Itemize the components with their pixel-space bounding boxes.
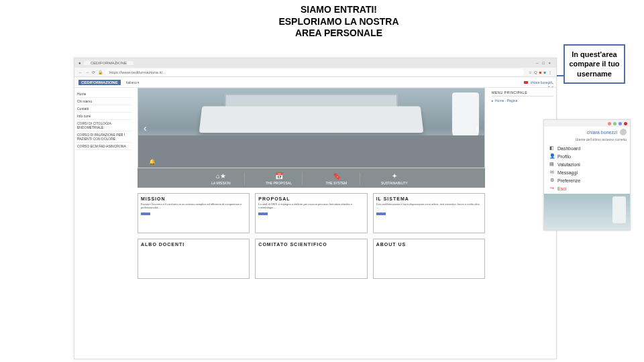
menu-label: Profilo <box>557 154 571 159</box>
nav-label: LA MISSION <box>211 181 230 185</box>
site-logo[interactable]: CEDIFORMAZIONE <box>78 80 121 85</box>
sidebar-item[interactable]: CORSO ECM FAD ASINCRONA <box>77 143 132 150</box>
reload-icon[interactable]: ⟳ <box>92 70 95 74</box>
pinterest-icon <box>624 122 627 125</box>
card-heading: IL SISTEMA <box>376 196 482 201</box>
home-star-icon: ⌂★ <box>205 172 237 180</box>
menu-item-esci[interactable]: ↪ Esci <box>544 184 630 192</box>
card-about: ABOUT US <box>373 239 485 279</box>
left-sidebar: Home Chi siamo Contatti Info corsi CORSI… <box>74 88 135 359</box>
bookmark-icon: 🔖 <box>320 172 353 180</box>
menu-item-preferenze[interactable]: ⚙ Preferenze <box>544 176 630 184</box>
menu-label: Esci <box>557 186 566 191</box>
user-icon: 👤 <box>549 154 554 159</box>
card-text: Con cediformazione.it hai a disposizione… <box>376 203 482 210</box>
user-menu: ◧ Dashboard 👤 Profilo ▤ Valutazioni ✉ Me… <box>544 143 630 194</box>
card-heading: MISSION <box>141 196 246 201</box>
ext-dot-icon <box>619 122 622 125</box>
title-line3: AREA PERSONALE <box>241 27 436 40</box>
sidebar-item[interactable]: Info corsi <box>77 113 132 120</box>
browser-tab[interactable]: CEDIFORMAZIONE <box>84 61 133 65</box>
window-controls[interactable]: – □ × <box>536 61 552 65</box>
menu-item-dashboard[interactable]: ◧ Dashboard <box>544 144 630 152</box>
menu-title: MENU PRINCIPALE <box>492 90 553 97</box>
card-heading: PROPOSAL <box>258 196 364 201</box>
hero-carousel: ‹ 🔔 › <box>138 88 485 168</box>
icon-nav-row: ⌂★ LA MISSION 📅 THE PROPOSAL 🔖 THE SYSTE… <box>138 168 485 188</box>
nav-cell[interactable]: 📅 THE PROPOSAL <box>262 172 303 185</box>
sparkle-icon: ✦ <box>378 172 411 180</box>
main-area: ‹ 🔔 › ⌂★ LA MISSION 📅 THE PROPOSAL � <box>135 88 489 359</box>
carousel-next-icon[interactable]: › <box>470 123 484 133</box>
card-comitato: COMITATO SCIENTIFICO <box>255 239 367 279</box>
sidebar-item[interactable]: Chi siamo <box>77 98 132 105</box>
nav-label: THE PROPOSAL <box>266 181 292 185</box>
nav-cell[interactable]: 🔖 THE SYSTEM <box>320 172 360 185</box>
card-albo: ALBO DOCENTI <box>138 239 250 279</box>
menu-label: Messaggi <box>557 170 578 175</box>
card-text: Favorire l'incontro e il confronto in un… <box>141 203 246 210</box>
back-icon[interactable]: ← <box>78 70 83 74</box>
logout-icon: ↪ <box>549 186 554 191</box>
calendar-icon: 📅 <box>262 172 295 180</box>
menu-label: Preferenze <box>557 178 580 183</box>
card-chip[interactable] <box>258 213 268 215</box>
username-label: chiara bonezzi <box>587 130 617 135</box>
browser-tab-bar: ● CEDIFORMAZIONE – □ × <box>74 58 556 68</box>
menu-link[interactable]: ▸ Home - Pagina <box>492 99 553 103</box>
sidebar-item[interactable]: CORSI DI CITOLOGIA ENDOMETRIALE <box>77 120 132 131</box>
sidebar-item[interactable]: CORSO DI PALPAZIONE PER I PAZIENTI CON D… <box>77 131 132 143</box>
menu-link-label: Home - Pagina <box>495 99 517 103</box>
flag-icon <box>524 81 528 84</box>
gear-icon: ⚙ <box>549 178 554 183</box>
dashboard-icon: ◧ <box>549 145 554 151</box>
avatar-icon <box>620 129 627 135</box>
card-chip[interactable] <box>376 213 386 215</box>
annotation-callout: In quest'area compare il tuo username <box>564 44 625 84</box>
page-content: Home Chi siamo Contatti Info corsi CORSI… <box>74 88 556 359</box>
folder-icon: ▸ <box>492 99 494 103</box>
url-field[interactable]: https://www.cediformazione.it/... <box>105 69 524 76</box>
card-text: Lo staff di CEDI si impegna a definire p… <box>258 203 364 210</box>
menu-item-messaggi[interactable]: ✉ Messaggi <box>544 168 630 176</box>
bell-icon: 🔔 <box>149 159 156 165</box>
ext-dot-icon <box>608 122 611 125</box>
sidebar-item[interactable]: Home <box>77 90 132 98</box>
cards-row: MISSION Favorire l'incontro e il confron… <box>138 193 485 233</box>
card-heading: ALBO DOCENTI <box>141 242 246 247</box>
nav-label: SUSTAINABILITY <box>381 181 408 185</box>
snippet-photo <box>544 194 630 230</box>
card-sistema: IL SISTEMA Con cediformazione.it hai a d… <box>373 193 485 233</box>
status-text: Utente dell'ultimo accesso corretto <box>544 137 630 143</box>
carousel-prev-icon[interactable]: ‹ <box>138 123 152 133</box>
slide-title: SIAMO ENTRATI! ESPLORIAMO LA NOSTRA AREA… <box>241 4 436 40</box>
snippet-toolbar <box>544 120 630 127</box>
card-mission: MISSION Favorire l'incontro e il confron… <box>138 193 250 233</box>
title-line1: SIAMO ENTRATI! <box>241 4 436 16</box>
menu-item-profilo[interactable]: 👤 Profilo <box>544 152 630 160</box>
nav-cell[interactable]: ⌂★ LA MISSION <box>205 172 245 185</box>
card-proposal: PROPOSAL Lo staff di CEDI si impegna a d… <box>255 193 367 233</box>
tab-dot: ● <box>78 61 81 65</box>
forward-icon[interactable]: → <box>85 70 89 74</box>
cards-row-2: ALBO DOCENTI COMITATO SCIENTIFICO ABOUT … <box>138 239 485 279</box>
language-selector[interactable]: Italiano ▾ <box>126 80 140 84</box>
ext-dot-icon <box>613 122 616 125</box>
nav-cell[interactable]: ✦ SUSTAINABILITY <box>378 172 418 185</box>
card-heading: COMITATO SCIENTIFICO <box>258 242 364 247</box>
hero-bed <box>199 106 424 133</box>
site-top-bar: CEDIFORMAZIONE Italiano ▾ chiara bonezzi <box>74 77 556 88</box>
menu-label: Dashboard <box>557 146 580 151</box>
extension-icons[interactable]: ☆Q■■⋮ <box>527 70 552 74</box>
card-chip[interactable] <box>141 213 150 215</box>
menu-item-valutazioni[interactable]: ▤ Valutazioni <box>544 160 630 168</box>
lock-icon: 🔒 <box>98 70 103 74</box>
browser-window: ● CEDIFORMAZIONE – □ × ← → ⟳ 🔒 https://w… <box>74 58 557 359</box>
expand-icon[interactable]: ⛶ <box>548 82 553 88</box>
address-bar: ← → ⟳ 🔒 https://www.cediformazione.it/..… <box>74 68 556 77</box>
sidebar-item[interactable]: Contatti <box>77 105 132 113</box>
title-line2: ESPLORIAMO LA NOSTRA <box>241 16 436 28</box>
list-icon: ▤ <box>549 162 554 167</box>
user-row[interactable]: chiara bonezzi <box>544 127 630 137</box>
user-dropdown-snippet: chiara bonezzi Utente dell'ultimo access… <box>543 119 631 231</box>
